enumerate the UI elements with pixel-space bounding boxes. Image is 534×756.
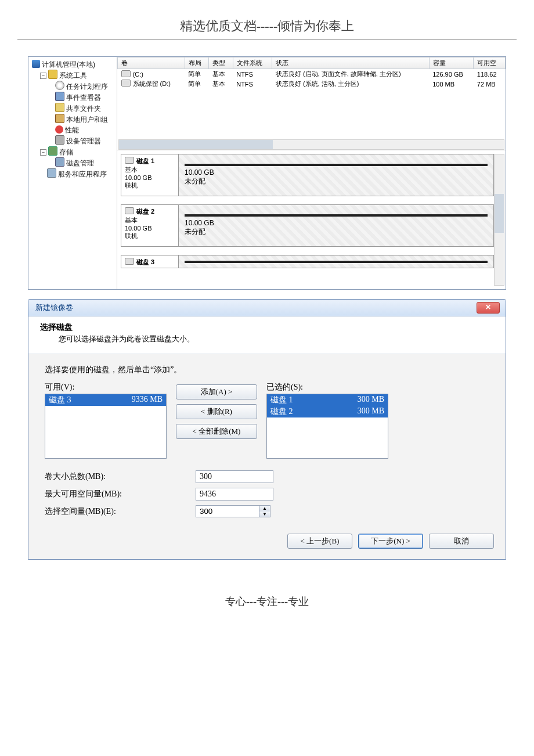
spinner[interactable]: ▲▼ bbox=[259, 505, 270, 517]
add-button[interactable]: 添加(A) > bbox=[176, 384, 257, 399]
col-volume[interactable]: 卷 bbox=[118, 57, 185, 69]
volume-list[interactable]: 卷 布局 类型 文件系统 状态 容量 可用空 (C:) 简单 bbox=[117, 57, 506, 150]
col-layout[interactable]: 布局 bbox=[185, 57, 209, 69]
doc-header: 精选优质文档-----倾情为你奉上 bbox=[17, 0, 517, 40]
device-icon bbox=[55, 135, 64, 145]
total-size-value: 300 bbox=[196, 470, 273, 483]
horizontal-scrollbar[interactable] bbox=[118, 139, 504, 150]
event-icon bbox=[55, 92, 64, 101]
tree-event[interactable]: 事件查看器 bbox=[66, 93, 101, 102]
disk-icon bbox=[125, 258, 134, 265]
tree-systools[interactable]: 系统工具 bbox=[59, 71, 87, 80]
nav-tree[interactable]: 计算机管理(本地) −系统工具 任务计划程序 事件查看器 共享文件夹 本地用户和… bbox=[28, 57, 117, 289]
selected-label: 已选的(S): bbox=[266, 382, 388, 393]
col-status[interactable]: 状态 bbox=[272, 57, 429, 69]
select-space-input[interactable] bbox=[196, 505, 259, 517]
list-item[interactable]: 磁盘 39336 MB bbox=[45, 394, 166, 406]
users-icon bbox=[55, 114, 64, 123]
wizard-instruction: 选择要使用的磁盘，然后单击“添加”。 bbox=[45, 365, 489, 375]
tree-share[interactable]: 共享文件夹 bbox=[66, 105, 101, 113]
folder-icon bbox=[55, 103, 64, 112]
col-cap[interactable]: 容量 bbox=[429, 57, 474, 69]
list-item[interactable]: 磁盘 1300 MB bbox=[267, 394, 388, 406]
volume-row[interactable]: (C:) 简单 基本 NTFS 状态良好 (启动, 页面文件, 故障转储, 主分… bbox=[118, 69, 506, 80]
vertical-scrollbar[interactable] bbox=[494, 154, 504, 286]
col-type[interactable]: 类型 bbox=[209, 57, 233, 69]
wrench-icon bbox=[48, 70, 57, 79]
disk-icon bbox=[125, 157, 134, 164]
disk-row[interactable]: 磁盘 1 基本 10.00 GB 联机 10.00 GB未分配 bbox=[121, 154, 494, 196]
tree-users[interactable]: 本地用户和组 bbox=[66, 116, 108, 124]
available-label: 可用(V): bbox=[45, 382, 167, 393]
tree-perf[interactable]: 性能 bbox=[65, 126, 79, 134]
services-icon bbox=[47, 168, 56, 178]
select-space-label: 选择空间量(MB)(E): bbox=[45, 506, 196, 517]
spin-up-icon[interactable]: ▲ bbox=[259, 506, 270, 512]
clock-icon bbox=[55, 81, 64, 90]
new-mirror-volume-wizard: 新建镜像卷 ✕ 选择磁盘 您可以选择磁盘并为此卷设置磁盘大小。 选择要使用的磁盘… bbox=[28, 299, 506, 560]
disk-icon bbox=[55, 157, 64, 167]
disk-row[interactable]: 磁盘 3 bbox=[121, 255, 494, 268]
tree-task[interactable]: 任务计划程序 bbox=[66, 82, 108, 91]
wizard-heading: 选择磁盘 bbox=[40, 322, 494, 333]
spin-down-icon[interactable]: ▼ bbox=[259, 512, 270, 517]
remove-button[interactable]: < 删除(R) bbox=[176, 404, 257, 419]
total-size-label: 卷大小总数(MB): bbox=[45, 471, 196, 482]
next-button[interactable]: 下一步(N) > bbox=[358, 534, 423, 549]
tree-storage[interactable]: 存储 bbox=[59, 148, 73, 156]
tree-devmgr[interactable]: 设备管理器 bbox=[66, 137, 101, 145]
collapse-icon[interactable]: − bbox=[40, 149, 46, 156]
list-item[interactable]: 磁盘 2300 MB bbox=[267, 406, 388, 417]
disk-icon bbox=[125, 207, 134, 214]
wizard-subheading: 您可以选择磁盘并为此卷设置磁盘大小。 bbox=[40, 333, 494, 344]
disk-row[interactable]: 磁盘 2 基本 10.00 GB 联机 10.00 GB未分配 bbox=[121, 204, 494, 247]
drive-icon bbox=[121, 70, 131, 77]
remove-all-button[interactable]: < 全部删除(M) bbox=[176, 424, 257, 439]
drive-icon bbox=[121, 80, 131, 87]
collapse-icon[interactable]: − bbox=[40, 73, 46, 79]
available-listbox[interactable]: 磁盘 39336 MB bbox=[45, 394, 167, 459]
selected-listbox[interactable]: 磁盘 1300 MB 磁盘 2300 MB bbox=[266, 394, 388, 459]
col-fs[interactable]: 文件系统 bbox=[233, 57, 272, 69]
compmgmt-window: 计算机管理(本地) −系统工具 任务计划程序 事件查看器 共享文件夹 本地用户和… bbox=[28, 56, 506, 290]
perf-icon bbox=[55, 125, 63, 134]
computer-icon bbox=[32, 60, 40, 68]
back-button[interactable]: < 上一步(B) bbox=[287, 534, 352, 549]
max-space-value: 9436 bbox=[196, 488, 273, 501]
doc-footer: 专心---专注---专业 bbox=[0, 560, 534, 632]
volume-row[interactable]: 系统保留 (D:) 简单 基本 NTFS 状态良好 (系统, 活动, 主分区) … bbox=[118, 79, 506, 89]
cancel-button[interactable]: 取消 bbox=[429, 534, 494, 549]
col-free[interactable]: 可用空 bbox=[474, 57, 506, 69]
tree-services[interactable]: 服务和应用程序 bbox=[58, 170, 107, 178]
close-button[interactable]: ✕ bbox=[477, 302, 500, 314]
storage-icon bbox=[48, 146, 57, 156]
dialog-title: 新建镜像卷 bbox=[35, 303, 73, 313]
max-space-label: 最大可用空间量(MB): bbox=[45, 489, 196, 499]
disk-graphical-view[interactable]: 磁盘 1 基本 10.00 GB 联机 10.00 GB未分配 磁盘 2 基本 … bbox=[117, 150, 506, 289]
tree-root[interactable]: 计算机管理(本地) bbox=[42, 60, 95, 69]
tree-diskmgmt[interactable]: 磁盘管理 bbox=[66, 159, 94, 167]
